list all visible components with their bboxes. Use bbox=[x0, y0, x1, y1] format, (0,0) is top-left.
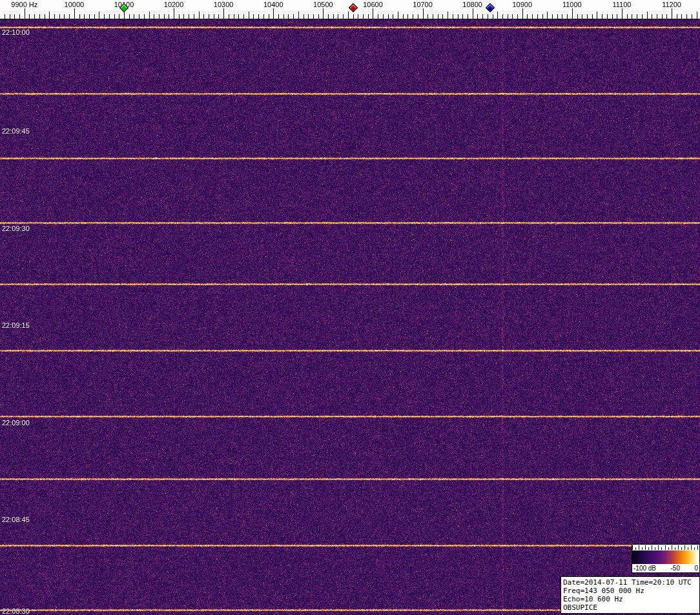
time-tick-label: 22:10:00 bbox=[2, 28, 30, 36]
time-tick-label: 22:09:45 bbox=[2, 127, 30, 135]
colorbar-mid-label: -50 bbox=[671, 565, 680, 572]
colorbar-min-label: -100 dB bbox=[633, 565, 656, 572]
spectrogram: 22:10:0022:09:4522:09:3022:09:1522:09:00… bbox=[0, 19, 700, 615]
frequency-ruler[interactable]: 9900 Hz100001010010200103001040010500106… bbox=[0, 0, 700, 19]
time-tick-label: 22:08:45 bbox=[2, 516, 30, 523]
freq-tick-label: 10300 bbox=[214, 1, 234, 8]
colorbar-gradient-canvas bbox=[632, 545, 698, 564]
freq-tick-label: 10500 bbox=[313, 1, 333, 8]
time-tick-label: 22:09:30 bbox=[2, 225, 30, 232]
freq-tick-label: 10400 bbox=[263, 1, 283, 8]
freq-tick-label: 11100 bbox=[612, 1, 631, 8]
waterfall-screen: 9900 Hz100001010010200103001040010500106… bbox=[0, 0, 700, 615]
freq-tick-label: 11200 bbox=[662, 1, 681, 8]
freq-tick-label: 10200 bbox=[164, 1, 184, 8]
spectrogram-canvas[interactable] bbox=[0, 19, 700, 615]
time-tick-label: 22:08:30 bbox=[2, 607, 30, 615]
freq-tick-label: 11000 bbox=[562, 1, 582, 8]
freq-tick-label: 10800 bbox=[462, 1, 482, 8]
freq-tick-label: 10700 bbox=[413, 1, 433, 8]
freq-tick-label: 10900 bbox=[512, 1, 532, 8]
freq-tick-label: 9900 Hz bbox=[11, 1, 37, 8]
freq-tick-label: 10000 bbox=[65, 1, 85, 8]
info-station-line: OBSUPICE bbox=[563, 603, 697, 612]
info-echo-line: Echo=10 600 Hz bbox=[563, 595, 697, 603]
colorbar-max-label: 0 bbox=[694, 565, 698, 572]
freq-tick-label: 10600 bbox=[363, 1, 383, 8]
amplitude-colorbar: -100 dB -50 0 bbox=[632, 544, 700, 573]
time-tick-label: 22:09:15 bbox=[2, 321, 30, 329]
info-box: Date=2014-07-11 Time=20:10 UTC Freq=143 … bbox=[561, 576, 700, 614]
info-date-line: Date=2014-07-11 Time=20:10 UTC bbox=[563, 578, 697, 587]
colorbar-labels: -100 dB -50 0 bbox=[632, 564, 699, 572]
info-freq-line: Freq=143 050 000 Hz bbox=[563, 587, 697, 595]
time-tick-label: 22:09:00 bbox=[2, 419, 30, 427]
